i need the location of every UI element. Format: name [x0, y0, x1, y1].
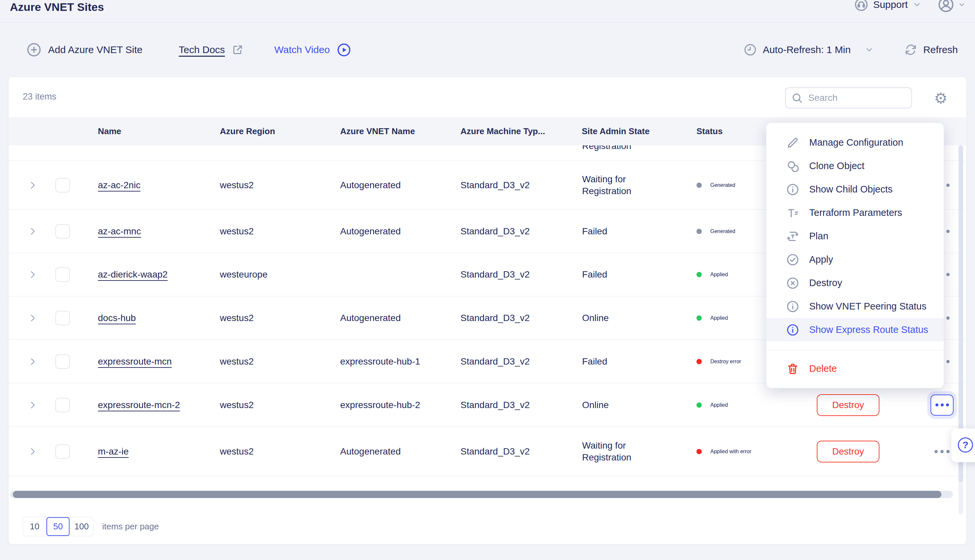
row-checkbox[interactable] — [55, 354, 70, 369]
top-bar: Azure VNET Sites Support — [0, 0, 975, 23]
menu-divider — [767, 350, 944, 350]
column-header-machine: Azure Machine Typ... — [445, 126, 567, 137]
partial-admin-text: Registration — [582, 145, 631, 152]
topnav-right: Support — [854, 0, 966, 13]
search-box — [785, 87, 912, 108]
menu-item-show-child-objects[interactable]: Show Child Objects — [767, 178, 944, 201]
search-input[interactable] — [808, 92, 906, 103]
cell-region: westus2 — [205, 179, 325, 191]
auto-refresh-label: Auto-Refresh: 1 Min — [763, 44, 851, 55]
row-checkbox[interactable] — [55, 178, 70, 192]
expand-row-button[interactable] — [8, 227, 47, 236]
site-name-link[interactable]: expressroute-mcn-2 — [98, 400, 180, 410]
x-circle-icon — [786, 277, 799, 290]
column-header-vnet: Azure VNET Name — [325, 126, 445, 137]
cell-region: westus2 — [205, 446, 325, 457]
expand-row-button[interactable] — [8, 313, 47, 323]
row-checkbox[interactable] — [55, 444, 70, 459]
refresh-button[interactable]: Refresh — [904, 43, 958, 57]
cell-admin-state: Failed — [567, 268, 679, 280]
trash-icon — [786, 362, 799, 375]
site-name-link[interactable]: m-az-ie — [98, 446, 128, 457]
cell-region: westus2 — [205, 399, 325, 411]
horizontal-scrollbar-thumb[interactable] — [13, 491, 942, 498]
avatar-icon — [937, 0, 955, 13]
destroy-button[interactable]: Destroy — [817, 441, 879, 462]
status-text: Generated — [710, 182, 735, 188]
cell-machine: Standard_D3_v2 — [445, 179, 567, 191]
user-menu[interactable] — [937, 0, 966, 13]
menu-item-clone-object[interactable]: Clone Object — [767, 154, 944, 178]
items-per-page-100[interactable]: 100 — [70, 517, 93, 536]
status-text: Applied — [710, 315, 728, 321]
row-checkbox[interactable] — [55, 398, 70, 412]
status-text: Generated — [710, 228, 735, 234]
horizontal-scrollbar[interactable] — [10, 491, 953, 498]
cell-admin-state: Failed — [567, 225, 679, 237]
menu-item-show-vnet-peering-status[interactable]: Show VNET Peering Status — [767, 295, 944, 318]
menu-item-delete[interactable]: Delete — [767, 357, 944, 380]
items-per-page-10[interactable]: 10 — [23, 517, 47, 536]
row-checkbox[interactable] — [55, 224, 70, 238]
status-text: Applied — [710, 272, 728, 278]
clone-icon — [786, 160, 799, 173]
expand-row-button[interactable] — [8, 180, 47, 190]
azure-vnet-sites-page: Azure VNET Sites Support — [0, 0, 975, 560]
refresh-label: Refresh — [923, 44, 958, 55]
menu-item-plan[interactable]: Plan — [767, 225, 944, 248]
items-per-page-50-selected[interactable]: 50 — [47, 517, 70, 536]
items-per-page-label: items per page — [102, 522, 159, 532]
cell-region: westus2 — [205, 225, 325, 237]
info-circle-icon — [786, 323, 799, 337]
site-name-link[interactable]: docs-hub — [98, 313, 136, 323]
chevron-down-icon — [958, 1, 966, 8]
status-dot — [697, 229, 702, 234]
site-name-link[interactable]: az-ac-2nic — [98, 180, 140, 190]
cell-region: westus2 — [205, 312, 325, 324]
cell-machine: Standard_D3_v2 — [445, 356, 567, 368]
cell-machine: Standard_D3_v2 — [445, 446, 567, 457]
terraform-parameters-icon — [786, 206, 799, 220]
menu-item-show-express-route-status[interactable]: Show Express Route Status — [767, 318, 944, 342]
expand-row-button[interactable] — [8, 357, 47, 367]
site-name-link[interactable]: expressroute-mcn — [98, 356, 172, 367]
row-checkbox[interactable] — [55, 267, 70, 282]
support-menu[interactable]: Support — [854, 0, 922, 12]
more-actions-button[interactable] — [930, 441, 953, 462]
cell-region: westeurope — [205, 268, 325, 280]
table-row: m-az-ie westus2 Autogenerated Standard_D… — [8, 427, 967, 476]
info-circle-icon — [786, 300, 799, 313]
add-azure-vnet-site-button[interactable]: Add Azure VNET Site — [27, 42, 142, 57]
info-circle-icon — [786, 183, 799, 196]
column-header-region: Azure Region — [205, 126, 325, 137]
cell-machine: Standard_D3_v2 — [445, 312, 567, 324]
menu-item-terraform-parameters[interactable]: Terraform Parameters — [767, 201, 944, 225]
site-name-link[interactable]: az-ac-mnc — [98, 226, 141, 236]
items-per-page-group: 10 50 100 — [23, 517, 93, 536]
expand-row-button[interactable] — [8, 447, 47, 457]
refresh-icon — [904, 43, 917, 57]
external-link-icon — [232, 43, 244, 56]
destroy-button[interactable]: Destroy — [817, 394, 879, 416]
menu-item-destroy[interactable]: Destroy — [767, 271, 944, 295]
cell-vnet: Autogenerated — [325, 225, 445, 237]
watch-video-link[interactable]: Watch Video — [274, 43, 351, 57]
cell-vnet: expressroute-hub-1 — [325, 356, 445, 368]
row-actions-context-menu: Manage Configuration Clone Object Show C… — [766, 123, 944, 388]
gear-icon[interactable]: ⚙ — [933, 90, 948, 106]
menu-item-apply[interactable]: Apply — [767, 248, 944, 271]
status-dot — [697, 402, 702, 408]
chevron-down-icon — [865, 45, 874, 54]
menu-item-manage-configuration[interactable]: Manage Configuration — [767, 131, 944, 154]
expand-row-button[interactable] — [8, 400, 47, 410]
add-label: Add Azure VNET Site — [48, 44, 142, 55]
more-actions-button-active[interactable] — [930, 395, 953, 416]
site-name-link[interactable]: az-dierick-waap2 — [98, 269, 168, 280]
cell-admin-state: Online — [567, 399, 679, 411]
help-button[interactable]: ? — [951, 428, 975, 462]
row-checkbox[interactable] — [55, 311, 70, 325]
tech-docs-link[interactable]: Tech Docs — [178, 43, 244, 56]
cell-machine: Standard_D3_v2 — [445, 268, 567, 280]
expand-row-button[interactable] — [8, 270, 47, 280]
auto-refresh-dropdown[interactable]: Auto-Refresh: 1 Min — [743, 43, 874, 57]
